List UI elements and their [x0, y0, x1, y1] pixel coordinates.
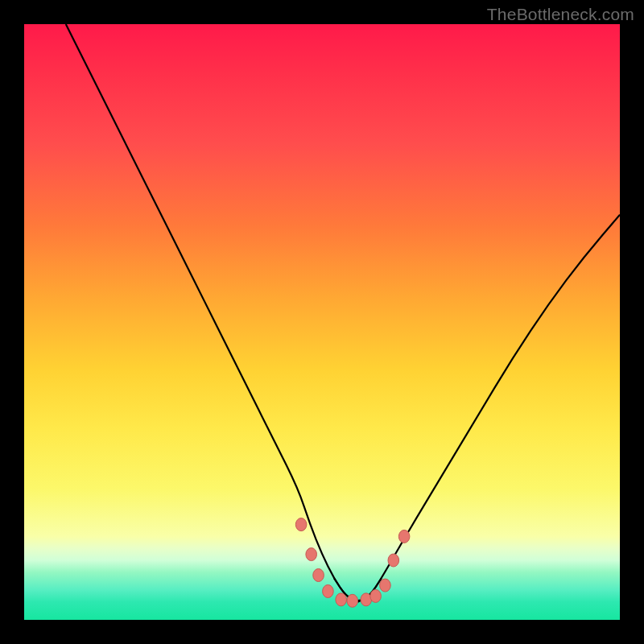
- curve-right-arm: [357, 215, 620, 602]
- plot-area: [24, 24, 620, 620]
- watermark-text: TheBottleneck.com: [487, 5, 634, 24]
- marker-dot: [370, 589, 382, 602]
- marker-dot: [295, 518, 307, 531]
- curve-left-arm: [66, 24, 358, 602]
- chart-frame: TheBottleneck.com: [0, 0, 644, 644]
- marker-dot: [336, 593, 347, 606]
- marker-dot: [306, 548, 317, 561]
- marker-dot: [388, 554, 399, 567]
- curve-svg: [24, 24, 620, 620]
- marker-dot: [398, 530, 410, 543]
- marker-dot: [323, 584, 334, 597]
- marker-dot: [313, 569, 324, 582]
- marker-dot: [380, 579, 391, 592]
- marker-dot: [347, 594, 358, 607]
